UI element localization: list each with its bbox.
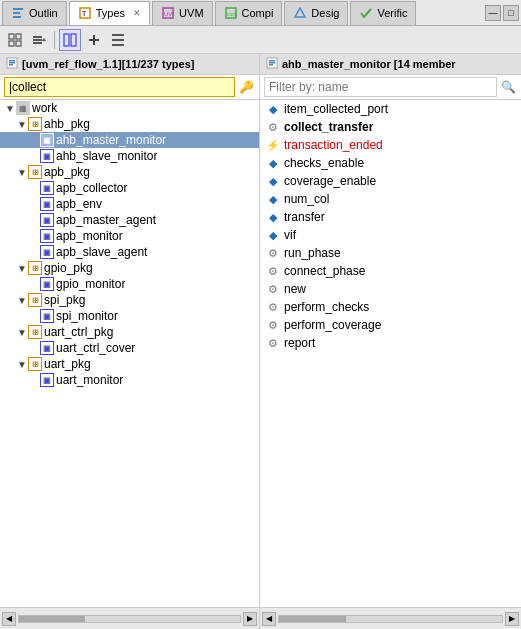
gear-icon: ⚙ (266, 282, 280, 296)
toggle-uart-pkg[interactable]: ▼ (16, 359, 28, 370)
tree-item-work[interactable]: ▼ ▦ work (0, 100, 259, 116)
svg-rect-21 (89, 39, 99, 41)
tree-label-uart-monitor: uart_monitor (54, 373, 123, 387)
tab-uvm[interactable]: UVM UVM (152, 1, 212, 25)
tree-item-apb-pkg[interactable]: ▼ ⊞ apb_pkg (0, 164, 259, 180)
right-search-bar: 🔍 (260, 75, 521, 100)
more-button[interactable] (107, 29, 129, 51)
svg-rect-24 (112, 44, 124, 46)
right-scroll-track[interactable] (278, 615, 503, 623)
left-panel: [uvm_ref_flow_1.1][11/237 types] 🔑 ▼ ▦ w… (0, 54, 260, 607)
svg-rect-2 (13, 16, 21, 18)
tree-item-gpio-monitor[interactable]: ▣ gpio_monitor (0, 276, 259, 292)
right-scroll-left[interactable]: ◀ (262, 612, 276, 626)
diamond-icon: ◆ (266, 102, 280, 116)
list-item[interactable]: ⚡ transaction_ended (260, 136, 521, 154)
verific-icon (359, 6, 373, 20)
toggle-apb-pkg[interactable]: ▼ (16, 167, 28, 178)
work-icon: ▦ (16, 101, 30, 115)
member-label-connect-phase: connect_phase (284, 264, 365, 278)
tree-item-uart-pkg[interactable]: ▼ ⊞ uart_pkg (0, 356, 259, 372)
tab-desig[interactable]: Desig (284, 1, 348, 25)
tree-label-work: work (30, 101, 57, 115)
list-item[interactable]: ◆ coverage_enable (260, 172, 521, 190)
member-label-transfer: transfer (284, 210, 325, 224)
right-search-input[interactable] (264, 77, 497, 97)
apb-collector-icon: ▣ (40, 181, 54, 195)
list-item[interactable]: ⚙ collect_transfer (260, 118, 521, 136)
members-area: ◆ item_collected_port ⚙ collect_transfer… (260, 100, 521, 607)
tree-item-apb-collector[interactable]: ▣ apb_collector (0, 180, 259, 196)
left-search-clear-icon[interactable]: 🔑 (237, 78, 255, 96)
list-item[interactable]: ◆ vif (260, 226, 521, 244)
member-label-checks-enable: checks_enable (284, 156, 364, 170)
uart-ctrl-pkg-icon: ⊞ (28, 325, 42, 339)
tree-item-apb-master-agent[interactable]: ▣ apb_master_agent (0, 212, 259, 228)
list-item[interactable]: ⚙ perform_checks (260, 298, 521, 316)
tree-item-apb-slave-agent[interactable]: ▣ apb_slave_agent (0, 244, 259, 260)
tab-verific[interactable]: Verific (350, 1, 416, 25)
window-controls: — □ (485, 5, 519, 21)
tree-item-spi-monitor[interactable]: ▣ spi_monitor (0, 308, 259, 324)
tree-item-uart-ctrl-cover[interactable]: ▣ uart_ctrl_cover (0, 340, 259, 356)
left-search-input[interactable] (4, 77, 235, 97)
list-item[interactable]: ⚙ new (260, 280, 521, 298)
tab-close-icon[interactable]: ✕ (133, 8, 141, 18)
toggle-uart-ctrl-pkg[interactable]: ▼ (16, 327, 28, 338)
tree-item-apb-monitor[interactable]: ▣ apb_monitor (0, 228, 259, 244)
toggle-spi-pkg[interactable]: ▼ (16, 295, 28, 306)
diamond-icon: ◆ (266, 174, 280, 188)
svg-text:comp: comp (227, 11, 237, 17)
right-scroll-right[interactable]: ▶ (505, 612, 519, 626)
member-label-report: report (284, 336, 315, 350)
list-item[interactable]: ◆ item_collected_port (260, 100, 521, 118)
diamond-icon: ◆ (266, 228, 280, 242)
list-item[interactable]: ⚙ perform_coverage (260, 316, 521, 334)
tree-item-apb-env[interactable]: ▣ apb_env (0, 196, 259, 212)
tree-item-gpio-pkg[interactable]: ▼ ⊞ gpio_pkg (0, 260, 259, 276)
list-item[interactable]: ⚙ run_phase (260, 244, 521, 262)
right-panel: ahb_master_monitor [14 member 🔍 ◆ item_c… (260, 54, 521, 607)
tree-item-ahb-slave-monitor[interactable]: ▣ ahb_slave_monitor (0, 148, 259, 164)
tab-types[interactable]: T Types ✕ (69, 1, 150, 25)
tree-label-apb-collector: apb_collector (54, 181, 127, 195)
tree-item-ahb-master-monitor[interactable]: ▣ ahb_master_monitor (0, 132, 259, 148)
minimize-button[interactable]: — (485, 5, 501, 21)
tree-item-spi-pkg[interactable]: ▼ ⊞ spi_pkg (0, 292, 259, 308)
ahb-slave-monitor-icon: ▣ (40, 149, 54, 163)
left-scroll-left[interactable]: ◀ (2, 612, 16, 626)
toggle-gpio-pkg[interactable]: ▼ (16, 263, 28, 274)
outline-icon (11, 6, 25, 20)
svg-rect-12 (9, 41, 14, 46)
member-label-transaction-ended: transaction_ended (284, 138, 383, 152)
tab-compi[interactable]: comp Compi (215, 1, 283, 25)
list-item[interactable]: ⚙ report (260, 334, 521, 352)
list-item[interactable]: ◆ transfer (260, 208, 521, 226)
view-button[interactable] (59, 29, 81, 51)
toggle-ahb-pkg[interactable]: ▼ (16, 119, 28, 130)
tree-item-uart-monitor[interactable]: ▣ uart_monitor (0, 372, 259, 388)
add-button[interactable] (83, 29, 105, 51)
layout-button[interactable] (4, 29, 26, 51)
apb-pkg-icon: ⊞ (28, 165, 42, 179)
tab-outline[interactable]: Outlin (2, 1, 67, 25)
svg-rect-15 (33, 39, 42, 41)
svg-rect-10 (9, 34, 14, 39)
member-label-num-col: num_col (284, 192, 329, 206)
list-item[interactable]: ◆ num_col (260, 190, 521, 208)
tree-item-ahb-pkg[interactable]: ▼ ⊞ ahb_pkg (0, 116, 259, 132)
left-scrollbar: ◀ ▶ (0, 608, 260, 629)
member-label-perform-checks: perform_checks (284, 300, 369, 314)
list-item[interactable]: ⚙ connect_phase (260, 262, 521, 280)
tree-area: ▼ ▦ work ▼ ⊞ ahb_pkg ▣ ahb_master_monito… (0, 100, 259, 607)
right-search-icon[interactable]: 🔍 (499, 78, 517, 96)
types-icon: T (78, 6, 92, 20)
dropdown-button[interactable] (28, 29, 50, 51)
toggle-work[interactable]: ▼ (4, 103, 16, 114)
left-scroll-right[interactable]: ▶ (243, 612, 257, 626)
list-item[interactable]: ◆ checks_enable (260, 154, 521, 172)
left-scroll-track[interactable] (18, 615, 241, 623)
maximize-button[interactable]: □ (503, 5, 519, 21)
tree-item-uart-ctrl-pkg[interactable]: ▼ ⊞ uart_ctrl_pkg (0, 324, 259, 340)
member-label-new: new (284, 282, 306, 296)
